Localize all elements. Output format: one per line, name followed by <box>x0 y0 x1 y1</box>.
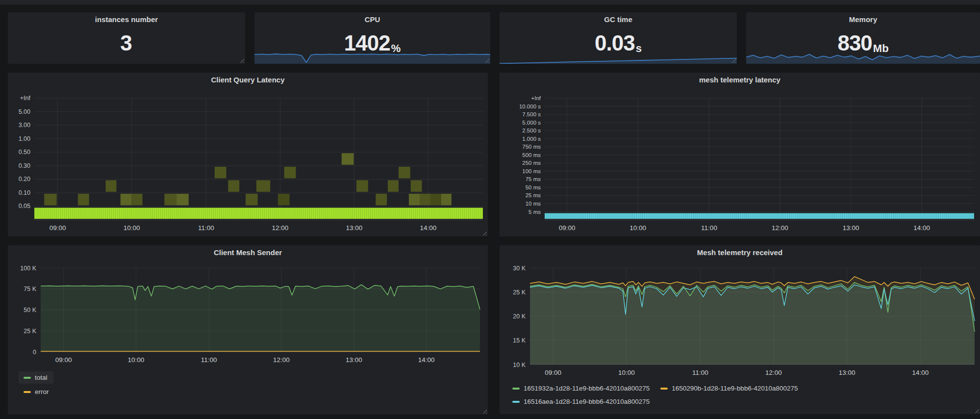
svg-text:13:00: 13:00 <box>346 356 362 364</box>
svg-text:13:00: 13:00 <box>843 224 859 232</box>
svg-text:10:00: 10:00 <box>128 356 145 364</box>
svg-text:+Inf: +Inf <box>20 95 31 102</box>
svg-text:10:00: 10:00 <box>629 224 646 232</box>
panel-client-query-latency: Client Query Latency 09:0010:0011:0012:0… <box>8 73 488 236</box>
stat-number: 0.03 <box>595 31 635 55</box>
mesh-telemetry-received-chart[interactable]: 09:0010:0011:0012:0013:0014:0030 K25 K20… <box>500 261 980 379</box>
client-mesh-sender-chart[interactable]: 09:0010:0011:0012:0013:0014:00100 K75 K5… <box>8 261 488 367</box>
legend-swatch-16516aea-1d28-11e9-bbb6- <box>512 401 520 403</box>
panel-instances-number: instances number 3 <box>8 12 245 64</box>
svg-text:2.500 s: 2.500 s <box>522 128 541 133</box>
svg-text:13:00: 13:00 <box>839 369 855 376</box>
panel-resize-grip[interactable] <box>239 58 244 63</box>
stat-number: 830 <box>837 31 872 55</box>
svg-text:10:00: 10:00 <box>124 224 140 232</box>
client-mesh-sender-legend: totalerror <box>19 371 488 400</box>
panel-title-instances-number[interactable]: instances number <box>8 12 245 28</box>
svg-text:10:00: 10:00 <box>618 369 635 376</box>
panel-title-mesh-telemetry-received[interactable]: Mesh telemetry received <box>500 245 980 261</box>
svg-text:0: 0 <box>33 349 36 356</box>
svg-text:5.000 s: 5.000 s <box>522 120 541 126</box>
stat-value-cpu: 1402% <box>254 28 490 58</box>
svg-text:50 ms: 50 ms <box>526 184 541 190</box>
svg-text:14:00: 14:00 <box>912 369 929 376</box>
svg-text:30 K: 30 K <box>513 265 526 272</box>
legend-row: 16516aea-1d28-11e9-bbb6-42010a800275 <box>507 395 980 408</box>
svg-text:14:00: 14:00 <box>418 356 435 364</box>
stat-unit: % <box>391 42 401 58</box>
legend-row: total <box>19 371 488 384</box>
legend-swatch-total <box>24 377 31 379</box>
panel-cpu: CPU 1402% <box>254 12 490 64</box>
svg-text:11:00: 11:00 <box>201 356 217 364</box>
panel-memory: Memory 830Mb <box>746 12 980 64</box>
svg-text:12:00: 12:00 <box>765 369 782 376</box>
legend-item-error[interactable]: error <box>19 386 55 398</box>
legend-swatch-error <box>24 391 31 393</box>
panel-title-mesh-telemetry-latency[interactable]: mesh telemetry latency <box>500 73 980 88</box>
legend-item-1650290b-1d28-11e9-bbb6-[interactable]: 1650290b-1d28-11e9-bbb6-42010a800275 <box>655 382 804 394</box>
legend-label-error: error <box>35 388 49 395</box>
svg-text:100 ms: 100 ms <box>522 168 541 174</box>
panel-gc-time: GC time 0.03s <box>500 12 737 64</box>
svg-text:25 ms: 25 ms <box>526 192 541 198</box>
svg-text:12:00: 12:00 <box>273 356 290 364</box>
svg-text:12:00: 12:00 <box>772 224 788 232</box>
legend-label-16516aea-1d28-11e9-bbb6-: 16516aea-1d28-11e9-bbb6-42010a800275 <box>524 398 650 405</box>
panel-title-client-mesh-sender[interactable]: Client Mesh Sender <box>8 245 488 261</box>
legend-swatch-1651932a-1d28-11e9-bbb6- <box>512 388 520 390</box>
svg-text:10 K: 10 K <box>513 362 526 368</box>
svg-text:5.00: 5.00 <box>19 108 30 115</box>
svg-text:3.00: 3.00 <box>19 122 30 129</box>
svg-text:12:00: 12:00 <box>272 224 289 232</box>
svg-text:0.10: 0.10 <box>19 189 30 196</box>
mesh-telemetry-latency-heatmap[interactable]: 09:0010:0011:0012:0013:0014:00+Inf10.000… <box>500 88 980 236</box>
svg-text:10 ms: 10 ms <box>526 201 541 207</box>
svg-text:1.000 s: 1.000 s <box>522 136 541 142</box>
panel-title-gc-time[interactable]: GC time <box>500 12 737 28</box>
svg-text:500 ms: 500 ms <box>522 152 541 158</box>
panel-resize-grip[interactable] <box>974 408 979 413</box>
svg-text:0.30: 0.30 <box>19 162 30 169</box>
svg-text:09:00: 09:00 <box>545 369 561 376</box>
panel-title-cpu[interactable]: CPU <box>254 12 490 28</box>
legend-swatch-1650290b-1d28-11e9-bbb6- <box>660 388 668 390</box>
svg-text:11:00: 11:00 <box>701 224 717 232</box>
mesh-telemetry-received-legend: 1651932a-1d28-11e9-bbb6-42010a8002751650… <box>507 382 980 409</box>
svg-text:20 K: 20 K <box>513 313 526 320</box>
legend-item-total[interactable]: total <box>19 371 53 384</box>
legend-label-total: total <box>35 374 48 381</box>
svg-text:25 K: 25 K <box>24 328 36 335</box>
svg-text:09:00: 09:00 <box>55 356 72 364</box>
svg-text:10.000 s: 10.000 s <box>519 104 541 109</box>
top-toolbar-edge <box>0 0 980 5</box>
stat-number: 3 <box>120 31 131 55</box>
stat-number: 1402 <box>344 31 390 55</box>
panel-resize-grip[interactable] <box>482 409 487 414</box>
svg-text:50 K: 50 K <box>24 307 36 314</box>
client-query-latency-heatmap[interactable]: 09:0010:0011:0012:0013:0014:00+Inf5.003.… <box>8 88 488 236</box>
panel-mesh-telemetry-latency: mesh telemetry latency 09:0010:0011:0012… <box>500 73 980 236</box>
panel-mesh-telemetry-received: Mesh telemetry received 09:0010:0011:001… <box>500 245 980 414</box>
panel-client-mesh-sender: Client Mesh Sender 09:0010:0011:0012:001… <box>8 245 488 415</box>
legend-item-1651932a-1d28-11e9-bbb6-[interactable]: 1651932a-1d28-11e9-bbb6-42010a800275 <box>507 382 655 394</box>
stat-value-memory: 830Mb <box>746 28 980 58</box>
svg-text:11:00: 11:00 <box>692 369 708 376</box>
legend-item-16516aea-1d28-11e9-bbb6-[interactable]: 16516aea-1d28-11e9-bbb6-42010a800275 <box>507 395 655 408</box>
svg-text:14:00: 14:00 <box>913 224 930 232</box>
svg-text:09:00: 09:00 <box>559 224 576 232</box>
svg-text:14:00: 14:00 <box>420 224 437 232</box>
legend-label-1651932a-1d28-11e9-bbb6-: 1651932a-1d28-11e9-bbb6-42010a800275 <box>524 385 650 392</box>
svg-text:15 K: 15 K <box>513 337 526 344</box>
panel-title-memory[interactable]: Memory <box>746 12 980 28</box>
svg-text:1.00: 1.00 <box>19 135 30 142</box>
panel-title-client-query-latency[interactable]: Client Query Latency <box>8 73 488 88</box>
svg-text:25 K: 25 K <box>513 289 526 296</box>
svg-text:100 K: 100 K <box>20 265 36 272</box>
stat-value-gc-time: 0.03s <box>500 28 737 58</box>
stat-unit: s <box>636 42 642 58</box>
svg-text:0.05: 0.05 <box>19 203 30 210</box>
stat-unit: Mb <box>873 42 889 58</box>
svg-text:0.20: 0.20 <box>19 176 30 183</box>
svg-text:5 ms: 5 ms <box>528 209 541 215</box>
